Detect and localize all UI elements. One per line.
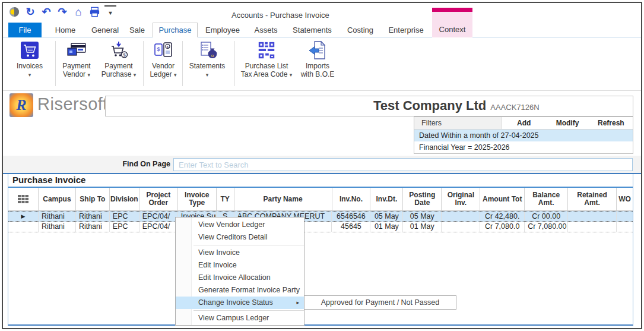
column-header-division[interactable]: Division <box>110 188 139 210</box>
column-header-inv-no[interactable]: Inv.No. <box>332 188 371 210</box>
column-header-campus[interactable]: Campus <box>39 188 76 210</box>
invoices-button[interactable]: Invoices ▾ <box>11 39 49 79</box>
tab-purchase[interactable]: Purchase <box>153 23 198 37</box>
company-title-box: Test Company LtdAAACK7126N <box>105 96 633 116</box>
quick-access-toolbar: ↻ ↶ ↷ ⌂ ▾ <box>8 5 116 19</box>
tab-general[interactable]: General <box>87 23 123 37</box>
dropdown-caret-icon: ▾ <box>206 72 209 78</box>
brand-name: Risersoft <box>37 94 108 114</box>
undo-icon[interactable]: ↶ <box>40 6 52 18</box>
tab-costing[interactable]: Costing <box>343 23 377 37</box>
tab-enterprise[interactable]: Enterprise <box>386 23 426 37</box>
table-row[interactable]: Rithani Rithani EPC EPC/04/ 45645 01 May… <box>8 222 633 232</box>
ribbon-separator <box>234 41 235 86</box>
vendor-ledger-label: Vendor <box>152 62 175 70</box>
import-document-icon <box>296 39 339 62</box>
print-icon[interactable] <box>88 6 100 18</box>
menu-item-view-invoice[interactable]: View Invoice <box>176 247 304 259</box>
menu-item-view-vendor-ledger[interactable]: View Vendor Ledger <box>176 219 304 231</box>
filter-modify-button[interactable]: Modify <box>545 117 589 129</box>
app-icon-glyph <box>9 7 20 17</box>
payment-card-icon <box>59 39 94 62</box>
app-icon[interactable] <box>8 6 20 18</box>
window-title: Accounts - Purchase Invoice <box>231 11 329 20</box>
filter-row-financial-year[interactable]: Financial Year = 2025-2026 <box>414 141 633 153</box>
filter-add-button[interactable]: Add <box>502 117 545 129</box>
row-marker-icon: ▶ <box>8 212 39 221</box>
find-on-page-label: Find On Page <box>107 160 170 168</box>
column-header-amount-tot[interactable]: Amount Tot <box>480 188 525 210</box>
refresh-icon[interactable]: ↻ <box>24 6 36 18</box>
tab-home[interactable]: Home <box>50 23 81 37</box>
column-header-invoice-type[interactable]: Invoice Type <box>178 188 217 210</box>
menu-item-view-creditors-detail[interactable]: View Creditors Detail <box>176 231 304 244</box>
tab-statements[interactable]: Statements <box>290 23 335 37</box>
tab-context[interactable]: Context <box>432 12 472 37</box>
tab-employee[interactable]: Employee <box>203 23 242 37</box>
column-header-retained-amt[interactable]: Retained Amt. <box>568 188 617 210</box>
column-header-project-order[interactable]: Project Order <box>139 188 178 210</box>
column-header-balance-amt[interactable]: Balance Amt. <box>525 188 568 210</box>
column-header-inv-dt[interactable]: Inv.Dt. <box>370 188 403 210</box>
statement-document-icon: o <box>187 39 227 62</box>
table-header-row: Campus Ship To Division Project Order In… <box>8 188 633 211</box>
dropdown-caret-icon: ▾ <box>87 72 90 78</box>
column-header-original-inv[interactable]: Original Inv. <box>442 188 480 210</box>
menu-item-change-invoice-status[interactable]: Change Invoice Status ▸ <box>176 297 304 309</box>
column-header-party-name[interactable]: Party Name <box>234 188 332 210</box>
column-header-ship-to[interactable]: Ship To <box>76 188 110 210</box>
tab-assets[interactable]: Assets <box>250 23 281 37</box>
find-on-page-input[interactable] <box>173 158 633 171</box>
redo-icon[interactable]: ↷ <box>56 6 68 18</box>
logo-letter: R <box>16 96 26 114</box>
filter-refresh-button[interactable]: Refresh <box>589 117 633 129</box>
filters-panel: Filters Add Modify Refresh Dated Within … <box>414 116 633 154</box>
ribbon-separator <box>143 41 144 86</box>
dropdown-caret-icon: ▾ <box>134 72 137 78</box>
menu-item-edit-invoice-allocation[interactable]: Edit Invoice Allocation <box>176 272 304 284</box>
toolbar-more-icon[interactable]: ▾ <box>104 5 116 19</box>
cart-download-icon: $ <box>98 39 139 62</box>
column-header-ty[interactable]: TY <box>217 188 234 210</box>
menu-separator <box>193 245 304 245</box>
tab-file[interactable]: File <box>8 23 42 37</box>
invoices-cart-icon <box>11 39 49 62</box>
app-window: ↻ ↶ ↷ ⌂ ▾ Accounts - Purchase Invoice Fi… <box>0 0 644 331</box>
company-tax-code: AAACK7126N <box>490 103 539 112</box>
menu-item-edit-invoice[interactable]: Edit Invoice <box>176 259 304 272</box>
dropdown-caret-icon: ▾ <box>290 72 293 78</box>
row-marker-cell <box>8 222 39 232</box>
payment-vendor-button[interactable]: Payment Vendor ▾ <box>59 39 94 79</box>
imports-with-boe-button[interactable]: Imports with B.O.E <box>296 39 339 78</box>
qr-code-icon <box>238 39 295 62</box>
company-name: Test Company LtdAAACK7126N <box>373 98 540 114</box>
submenu-item-approved-for-payment[interactable]: Approved for Payment / Not Passed <box>304 295 456 310</box>
context-menu: View Vendor Ledger View Creditors Detail… <box>175 217 304 326</box>
context-tab-accent-bar <box>432 8 472 12</box>
payment-vendor-label: Payment <box>62 62 90 70</box>
table-row[interactable]: ▶ Rithani Rithani EPC EPC/04/ Invoice Su… <box>8 211 633 222</box>
statements-button[interactable]: o Statements ▾ <box>187 39 227 79</box>
purchase-list-tax-area-code-button[interactable]: Purchase List Tax Area Code ▾ <box>238 39 295 79</box>
payment-purchase-label: Payment <box>104 62 132 70</box>
tab-sale[interactable]: Sale <box>126 23 148 37</box>
ribbon: Invoices ▾ Payment Vendor ▾ <box>3 37 641 91</box>
menu-separator <box>193 310 304 311</box>
filter-row-date[interactable]: Dated Within a month of 27-04-2025 <box>414 130 633 141</box>
imports-label: Imports <box>306 62 329 70</box>
payment-purchase-button[interactable]: $ Payment Purchase ▾ <box>98 39 139 79</box>
menu-item-generate-format-invoice-party[interactable]: Generate Format Invoice Party <box>176 284 304 297</box>
svg-text:$: $ <box>123 52 126 58</box>
column-header-posting-date[interactable]: Posting Date <box>403 188 442 210</box>
svg-text:o: o <box>211 53 214 58</box>
home-icon[interactable]: ⌂ <box>72 6 84 18</box>
select-all-grid-icon[interactable] <box>8 188 39 210</box>
menu-item-view-campus-ledger[interactable]: View Campus Ledger <box>176 312 304 324</box>
dropdown-caret-icon: ▾ <box>28 72 31 78</box>
invoices-label: Invoices <box>17 62 43 70</box>
purchase-list-label: Purchase List <box>245 62 288 70</box>
print-icon-glyph <box>89 7 100 17</box>
filters-title: Filters <box>414 117 502 129</box>
vendor-ledger-button[interactable]: $ $ Vendor Ledger ▾ <box>145 39 181 79</box>
column-header-wo[interactable]: WO <box>617 188 633 210</box>
